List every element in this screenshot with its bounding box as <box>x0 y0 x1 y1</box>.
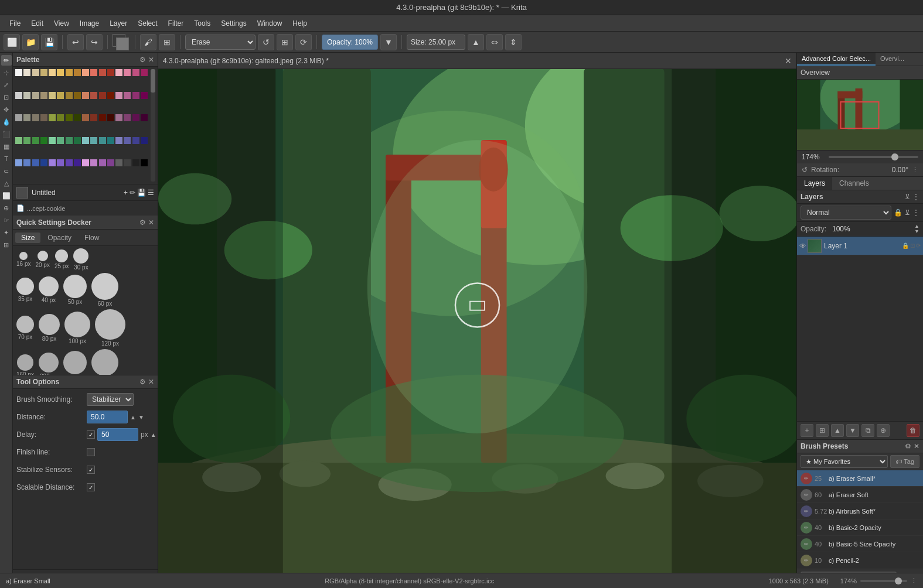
tool-reference[interactable]: ⊞ <box>1 240 12 250</box>
overview-thumbnail[interactable] <box>797 80 923 150</box>
menu-window[interactable]: Window <box>253 18 287 29</box>
color-cell[interactable] <box>74 69 81 76</box>
color-cell[interactable] <box>107 92 114 99</box>
color-cell[interactable] <box>74 137 81 144</box>
brush-size-35[interactable]: 35 px <box>16 278 34 302</box>
palette-save-icon[interactable]: 💾 <box>137 189 146 197</box>
grid-button[interactable]: ⊞ <box>159 34 175 50</box>
tab-advanced-color[interactable]: Advanced Color Selec... <box>797 53 876 66</box>
color-cell[interactable] <box>32 137 39 144</box>
color-cell[interactable] <box>99 114 106 121</box>
status-zoom-expand-icon[interactable]: ⋮ <box>911 577 917 584</box>
color-cell[interactable] <box>99 69 106 76</box>
color-cell[interactable] <box>115 159 122 166</box>
color-cell[interactable] <box>23 114 30 121</box>
menu-edit[interactable]: Edit <box>26 18 48 29</box>
color-cell[interactable] <box>66 137 73 144</box>
color-cell[interactable] <box>32 114 39 121</box>
tool-text[interactable]: T <box>1 153 12 164</box>
brush-size-160[interactable]: 160 px <box>16 354 34 375</box>
menu-image[interactable]: Image <box>75 18 104 29</box>
tab-flow[interactable]: Flow <box>79 233 105 243</box>
tool-options-config-icon[interactable]: ⚙ <box>139 378 146 386</box>
distance-input[interactable] <box>87 411 128 423</box>
delay-up-arrow[interactable]: ▲ <box>151 432 156 438</box>
tool-select[interactable]: ⊹ <box>1 67 12 78</box>
scalable-distance-checkbox[interactable] <box>87 483 95 491</box>
color-cell[interactable] <box>90 159 97 166</box>
menu-help[interactable]: Help <box>288 18 312 29</box>
brush-preset-item[interactable]: ✏ 60 a) Eraser Soft <box>797 487 923 503</box>
redo-button[interactable]: ↪ <box>86 34 103 50</box>
opacity-button[interactable]: Opacity: 100% <box>322 35 378 50</box>
color-cell[interactable] <box>32 92 39 99</box>
zoom-slider[interactable] <box>829 156 918 158</box>
color-cell[interactable] <box>57 69 64 76</box>
open-button[interactable]: 📁 <box>22 34 39 50</box>
color-cell[interactable] <box>49 137 56 144</box>
palette-add-icon[interactable]: + <box>124 189 128 197</box>
layer-group-button[interactable]: ⊞ <box>816 424 829 437</box>
palette-edit-icon[interactable]: ✏ <box>130 189 135 197</box>
tool-zoom[interactable]: ⊕ <box>1 203 12 213</box>
size-flip-h[interactable]: ⇔ <box>486 34 503 50</box>
color-cell[interactable] <box>124 69 131 76</box>
brush-preset-item[interactable]: ✏ 40 b) Basic-2 Opacity <box>797 519 923 536</box>
tab-overview[interactable]: Overvi... <box>876 53 909 66</box>
foreground-color[interactable] <box>113 34 130 50</box>
color-cell[interactable] <box>115 69 122 76</box>
color-cell[interactable] <box>90 114 97 121</box>
color-cell[interactable] <box>32 69 39 76</box>
canvas-container[interactable] <box>158 69 796 588</box>
color-cell[interactable] <box>141 114 148 121</box>
brush-size-60[interactable]: 60 px <box>91 273 118 307</box>
opacity-down-arrow[interactable]: ▼ <box>914 229 919 234</box>
color-cell[interactable] <box>40 69 47 76</box>
tag-button[interactable]: 🏷 Tag <box>890 455 919 468</box>
layers-filter-icon[interactable]: ⊻ <box>905 193 910 201</box>
brush-size-250[interactable]: 250 px <box>63 351 87 375</box>
color-cell[interactable] <box>82 69 89 76</box>
tab-size[interactable]: Size <box>15 233 40 243</box>
brush-preset-item[interactable]: ✏ 5.72 b) Airbrush Soft* <box>797 503 923 519</box>
layer-sync-icon[interactable]: ⟳ <box>916 242 921 249</box>
color-cell[interactable] <box>74 114 81 121</box>
brush-smoothing-select[interactable]: Stabilizer <box>87 393 134 406</box>
tool-move[interactable]: ✥ <box>1 104 12 115</box>
color-cell[interactable] <box>74 92 81 99</box>
color-cell[interactable] <box>132 92 139 99</box>
color-cell[interactable] <box>32 159 39 166</box>
delay-checkbox[interactable] <box>87 430 95 439</box>
color-cell[interactable] <box>57 159 64 166</box>
palette-color-swatch[interactable] <box>16 187 28 199</box>
tool-shapes[interactable]: △ <box>1 178 12 189</box>
brush-size-200[interactable]: 200 px <box>39 353 59 375</box>
quick-settings-close-icon[interactable]: ✕ <box>148 218 154 227</box>
color-cell[interactable] <box>49 69 56 76</box>
rotation-expand-icon[interactable]: ⋮ <box>912 166 918 174</box>
brush-size-300[interactable]: 300 px <box>91 349 118 375</box>
brush-preset-item[interactable]: ✏ 10 c) Pencil-2 <box>797 552 923 569</box>
brush-size-20[interactable]: 20 px <box>35 251 49 268</box>
brush-preset-icon[interactable]: 🖌 <box>140 34 156 50</box>
layer-merge-button[interactable]: ⊕ <box>877 424 890 437</box>
color-cell[interactable] <box>107 114 114 121</box>
rotation-icon[interactable]: ↺ <box>802 166 808 174</box>
favorites-select[interactable]: ★ My Favorites <box>801 455 888 468</box>
color-cell[interactable] <box>90 92 97 99</box>
layers-expand-icon[interactable]: ⋮ <box>912 193 919 201</box>
color-cell[interactable] <box>40 137 47 144</box>
menu-layer[interactable]: Layer <box>105 18 132 29</box>
tool-gradient[interactable]: ▦ <box>1 141 12 152</box>
color-cell[interactable] <box>115 114 122 121</box>
erase-select[interactable]: Erase <box>185 35 256 50</box>
color-cell[interactable] <box>66 114 73 121</box>
brush-preset-item[interactable]: ✏ 25 a) Eraser Small* <box>797 470 923 487</box>
blend-menu-icon[interactable]: ⋮ <box>912 208 919 217</box>
finish-line-checkbox[interactable] <box>87 448 95 456</box>
brush-size-25[interactable]: 25 px <box>55 249 69 269</box>
color-cell[interactable] <box>40 159 47 166</box>
undo-button[interactable]: ↩ <box>67 34 84 50</box>
color-cell[interactable] <box>107 69 114 76</box>
color-cell[interactable] <box>74 159 81 166</box>
